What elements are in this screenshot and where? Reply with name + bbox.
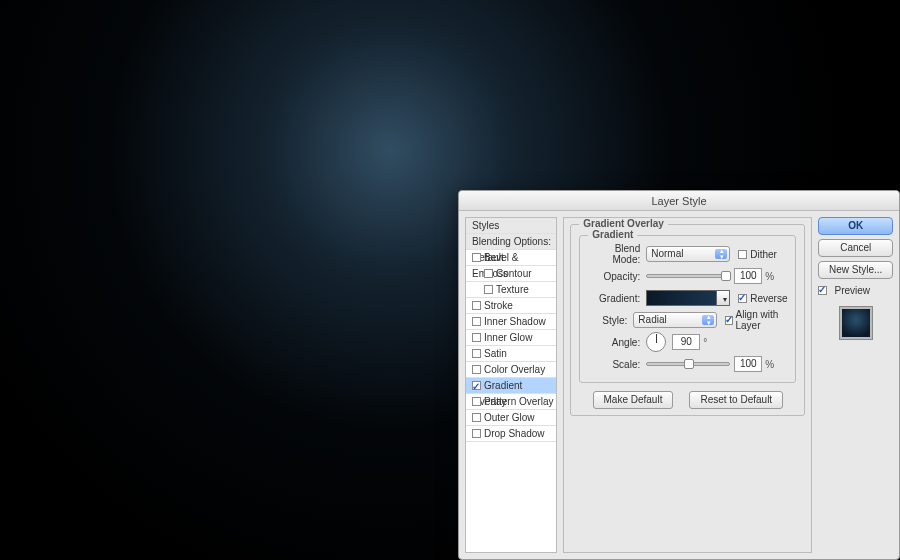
checkbox-icon[interactable] — [484, 285, 493, 294]
updown-icon: ▴▾ — [707, 314, 711, 326]
slider-thumb[interactable] — [721, 271, 731, 281]
make-default-button[interactable]: Make Default — [593, 391, 674, 409]
style-stroke[interactable]: Stroke — [466, 298, 556, 314]
scale-slider[interactable] — [646, 362, 730, 366]
options-panel: Gradient Overlay Gradient Blend Mode: No… — [563, 217, 812, 553]
blend-mode-select[interactable]: Normal▴▾ — [646, 246, 730, 262]
style-label: Drop Shadow — [484, 428, 545, 439]
align-label: Align with Layer — [736, 309, 788, 331]
align-checkbox[interactable]: Align with Layer — [725, 309, 787, 331]
style-color-overlay[interactable]: Color Overlay — [466, 362, 556, 378]
checkbox-icon[interactable] — [472, 381, 481, 390]
style-label: Color Overlay — [484, 364, 545, 375]
default-buttons-row: Make Default Reset to Default — [579, 391, 796, 409]
styles-header[interactable]: Styles — [466, 218, 556, 234]
checkbox-icon[interactable] — [472, 397, 481, 406]
layer-style-dialog: Layer Style Styles Blending Options: Def… — [458, 190, 900, 560]
style-label: Contour — [496, 268, 532, 279]
checkbox-icon — [738, 294, 747, 303]
opacity-label: Opacity: — [588, 271, 646, 282]
slider-thumb[interactable] — [684, 359, 694, 369]
style-label: Outer Glow — [484, 412, 535, 423]
angle-row: Angle: 90 ° — [588, 332, 787, 352]
style-texture[interactable]: Texture — [466, 282, 556, 298]
style-row: Style: Radial▴▾ Align with Layer — [588, 310, 787, 330]
checkbox-icon[interactable] — [472, 301, 481, 310]
style-outer-glow[interactable]: Outer Glow — [466, 410, 556, 426]
cancel-button[interactable]: Cancel — [818, 239, 893, 257]
style-select[interactable]: Radial▴▾ — [633, 312, 717, 328]
dialog-body: Styles Blending Options: Default Bevel &… — [459, 211, 899, 559]
reverse-label: Reverse — [750, 293, 787, 304]
checkbox-icon[interactable] — [472, 349, 481, 358]
gradient-picker[interactable]: ▾ — [646, 290, 730, 306]
checkbox-icon[interactable] — [472, 365, 481, 374]
checkbox-icon — [818, 286, 827, 295]
blending-options-row[interactable]: Blending Options: Default — [466, 234, 556, 250]
style-pattern-overlay[interactable]: Pattern Overlay — [466, 394, 556, 410]
styles-list: Styles Blending Options: Default Bevel &… — [465, 217, 557, 553]
gradient-overlay-fieldset: Gradient Overlay Gradient Blend Mode: No… — [570, 224, 805, 416]
section-title: Gradient Overlay — [579, 218, 668, 229]
checkbox-icon — [725, 316, 732, 325]
style-satin[interactable]: Satin — [466, 346, 556, 362]
style-bevel-emboss[interactable]: Bevel & Emboss — [466, 250, 556, 266]
scale-unit: % — [765, 359, 774, 370]
updown-icon: ▴▾ — [720, 248, 724, 260]
style-label: Pattern Overlay — [484, 396, 553, 407]
checkbox-icon[interactable] — [472, 413, 481, 422]
gradient-label: Gradient: — [588, 293, 646, 304]
angle-unit: ° — [703, 337, 707, 348]
side-buttons: OK Cancel New Style... Preview — [818, 217, 893, 553]
checkbox-icon[interactable] — [472, 253, 481, 262]
checkbox-icon[interactable] — [472, 333, 481, 342]
reset-default-button[interactable]: Reset to Default — [689, 391, 783, 409]
gradient-fieldset: Gradient Blend Mode: Normal▴▾ Dither Opa… — [579, 235, 796, 383]
scale-label: Scale: — [588, 359, 646, 370]
scale-row: Scale: 100 % — [588, 354, 787, 374]
angle-input[interactable]: 90 — [672, 334, 700, 350]
new-style-button[interactable]: New Style... — [818, 261, 893, 279]
ok-button[interactable]: OK — [818, 217, 893, 235]
opacity-input[interactable]: 100 — [734, 268, 762, 284]
style-drop-shadow[interactable]: Drop Shadow — [466, 426, 556, 442]
select-value: Radial — [638, 314, 666, 325]
dialog-title: Layer Style — [459, 191, 899, 211]
angle-label: Angle: — [588, 337, 646, 348]
dither-checkbox[interactable]: Dither — [738, 249, 777, 260]
checkbox-icon[interactable] — [472, 429, 481, 438]
angle-dial[interactable] — [646, 332, 666, 352]
checkbox-icon — [738, 250, 747, 259]
opacity-slider[interactable] — [646, 274, 730, 278]
group-title: Gradient — [588, 229, 637, 240]
preview-swatch — [839, 306, 873, 340]
style-label: Texture — [496, 284, 529, 295]
opacity-row: Opacity: 100 % — [588, 266, 787, 286]
blend-mode-row: Blend Mode: Normal▴▾ Dither — [588, 244, 787, 264]
gradient-row: Gradient: ▾ Reverse — [588, 288, 787, 308]
style-inner-glow[interactable]: Inner Glow — [466, 330, 556, 346]
style-inner-shadow[interactable]: Inner Shadow — [466, 314, 556, 330]
style-label: Stroke — [484, 300, 513, 311]
style-label: Inner Glow — [484, 332, 532, 343]
style-label: Satin — [484, 348, 507, 359]
preview-checkbox[interactable]: Preview — [818, 285, 893, 296]
checkbox-icon[interactable] — [472, 317, 481, 326]
select-value: Normal — [651, 248, 683, 259]
style-label: Inner Shadow — [484, 316, 546, 327]
style-label: Style: — [588, 315, 633, 326]
reverse-checkbox[interactable]: Reverse — [738, 293, 787, 304]
scale-input[interactable]: 100 — [734, 356, 762, 372]
blend-mode-label: Blend Mode: — [588, 243, 646, 265]
preview-label: Preview — [834, 285, 870, 296]
checkbox-icon[interactable] — [484, 269, 493, 278]
dropdown-arrow-icon: ▾ — [723, 295, 727, 304]
opacity-unit: % — [765, 271, 774, 282]
dither-label: Dither — [750, 249, 777, 260]
style-gradient-overlay[interactable]: Gradient Overlay — [466, 378, 556, 394]
